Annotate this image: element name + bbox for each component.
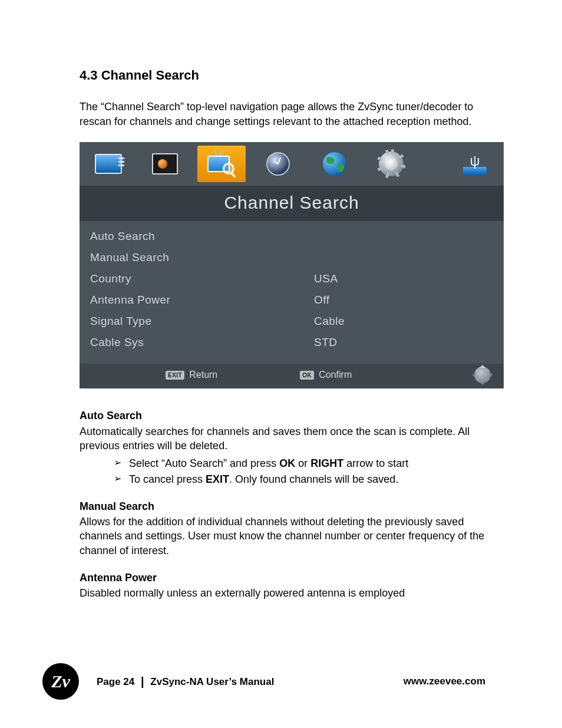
monitor-icon <box>92 150 125 177</box>
text-bold: OK <box>279 457 295 469</box>
osd-nav-bar: ψ <box>80 142 504 186</box>
menu-item-antenna-power[interactable]: Antenna Power Off <box>90 289 493 311</box>
subsection-heading: Antenna Power <box>80 571 485 585</box>
exit-badge: EXIT <box>166 371 184 380</box>
nav-tile-settings[interactable] <box>367 146 415 182</box>
text-bold: EXIT <box>206 473 229 485</box>
page-number: Page 24 <box>97 676 134 687</box>
doc-title: ZvSync-NA User’s Manual <box>150 676 274 687</box>
text: arrow to start <box>343 457 408 469</box>
text: . Only found channels will be saved. <box>229 473 398 485</box>
menu-value: Cable <box>314 315 493 328</box>
menu-label: Manual Search <box>90 251 314 264</box>
section-auto-search: Auto Search Automatically searches for c… <box>80 409 485 486</box>
hint-confirm: OK Confirm <box>300 370 352 380</box>
hint-return-label: Return <box>189 370 217 380</box>
menu-item-manual-search[interactable]: Manual Search <box>90 247 493 268</box>
section-manual-search: Manual Search Allows for the addition of… <box>80 499 485 558</box>
menu-value: Off <box>314 294 493 307</box>
text: Select “Auto Search” and press <box>129 457 279 469</box>
osd-screenshot: ψ Channel Search Auto Search Manual Sear… <box>80 142 504 388</box>
list-item: Select “Auto Search” and press OK or RIG… <box>114 456 485 470</box>
nav-tile-channel-search[interactable] <box>197 146 246 182</box>
subsection-body: Allows for the addition of individual ch… <box>80 515 485 558</box>
text-bold: RIGHT <box>310 457 343 469</box>
zv-logo: Zv <box>42 663 79 700</box>
subsection-heading: Manual Search <box>80 499 485 513</box>
clock-icon <box>262 150 295 177</box>
menu-label: Signal Type <box>90 315 314 328</box>
page-footer: Zv Page 24 | ZvSync-NA User’s Manual www… <box>0 663 562 700</box>
nav-tile-globe[interactable] <box>310 146 359 182</box>
menu-label: Auto Search <box>90 230 314 243</box>
footer-url: www.zeevee.com <box>404 676 485 687</box>
text: To cancel press <box>129 473 206 485</box>
image-icon <box>148 150 181 177</box>
menu-value <box>314 230 493 243</box>
menu-item-country[interactable]: Country USA <box>90 268 493 289</box>
nav-tile-image[interactable] <box>141 146 189 182</box>
footer-left: Page 24 | ZvSync-NA User’s Manual <box>97 675 274 689</box>
section-antenna-power: Antenna Power Disabled normally unless a… <box>80 571 485 601</box>
gear-icon <box>375 150 408 177</box>
usb-icon: ψ <box>458 150 491 177</box>
subsection-body: Disabled normally unless an externally p… <box>80 586 485 600</box>
menu-label: Country <box>90 272 314 285</box>
menu-label: Cable Sys <box>90 336 314 349</box>
osd-menu: Auto Search Manual Search Country USA An… <box>80 221 504 364</box>
menu-value: STD <box>314 336 493 349</box>
menu-value <box>314 251 493 264</box>
nav-tile-clock[interactable] <box>254 146 302 182</box>
footer-divider: | <box>141 675 144 688</box>
channel-search-icon <box>205 150 238 177</box>
section-heading: 4.3 Channel Search <box>80 68 485 83</box>
menu-item-signal-type[interactable]: Signal Type Cable <box>90 311 493 332</box>
menu-value: USA <box>314 272 493 285</box>
ok-badge: OK <box>300 371 314 380</box>
hint-return: EXIT Return <box>166 370 217 380</box>
nav-tile-monitor[interactable] <box>84 146 133 182</box>
osd-title: Channel Search <box>80 186 504 221</box>
subsection-heading: Auto Search <box>80 409 485 423</box>
osd-hint-bar: EXIT Return OK Confirm <box>80 364 504 388</box>
bullet-list: Select “Auto Search” and press OK or RIG… <box>114 456 485 486</box>
menu-label: Antenna Power <box>90 294 314 307</box>
subsection-body: Automatically searches for channels and … <box>80 424 485 453</box>
intro-paragraph: The “Channel Search” top-level navigatio… <box>80 100 485 129</box>
nav-tile-usb[interactable]: ψ <box>451 146 499 182</box>
dpad-icon <box>471 363 494 387</box>
text: or <box>295 457 310 469</box>
list-item: To cancel press EXIT. Only found channel… <box>114 472 485 486</box>
globe-icon <box>318 150 351 177</box>
menu-item-cable-sys[interactable]: Cable Sys STD <box>90 332 493 353</box>
menu-item-auto-search[interactable]: Auto Search <box>90 226 493 247</box>
hint-confirm-label: Confirm <box>319 370 352 380</box>
